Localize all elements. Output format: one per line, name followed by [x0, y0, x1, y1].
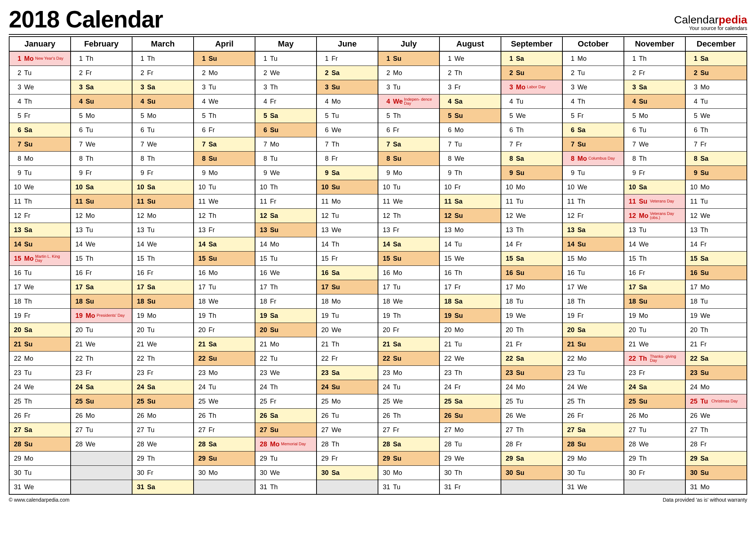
day-number: 17: [196, 283, 206, 291]
day-cell: 16Tu: [562, 266, 624, 280]
day-number: 29: [258, 455, 267, 462]
day-cell: 9Fr: [132, 166, 194, 180]
day-number: 10: [565, 183, 575, 191]
day-cell: 14Fr: [501, 237, 562, 252]
day-of-week: Mo: [147, 112, 158, 120]
day-of-week: Su: [516, 369, 527, 377]
day-cell: 12MoVeterans Day (obs.): [624, 209, 685, 223]
day-number: 14: [12, 241, 21, 248]
day-number: 14: [442, 241, 452, 248]
day-of-week: We: [270, 69, 281, 77]
day-cell: 20Sa: [9, 323, 71, 337]
day-number: 22: [135, 355, 144, 363]
day-of-week: Mo: [24, 255, 35, 263]
day-number: 7: [258, 141, 267, 148]
day-of-week: Tu: [454, 441, 465, 448]
day-number: 5: [381, 112, 390, 120]
day-cell: 30Tu: [562, 466, 624, 480]
day-cell: 14Su: [9, 237, 71, 252]
day-of-week: Mo: [700, 83, 711, 91]
day-of-week: Th: [86, 55, 97, 63]
day-of-week: We: [454, 455, 465, 462]
day-of-week: We: [577, 383, 588, 391]
day-number: 9: [196, 169, 206, 177]
day-cell: 9Mo: [194, 166, 255, 180]
day-cell: 18Th: [562, 294, 624, 309]
day-number: 5: [688, 112, 697, 120]
day-of-week: Fr: [270, 398, 281, 405]
day-cell: 21Mo: [255, 337, 317, 352]
day-number: 20: [196, 326, 206, 334]
day-number: 29: [442, 455, 452, 462]
day-of-week: Tu: [393, 83, 404, 91]
day-cell: 2Tu: [9, 66, 71, 80]
day-number: 24: [319, 383, 329, 391]
day-number: 20: [504, 326, 513, 334]
day-number: 12: [504, 212, 513, 220]
day-number: 10: [688, 183, 697, 191]
day-of-week: Su: [454, 412, 465, 420]
day-cell: 22Su: [194, 352, 255, 366]
day-of-week: Sa: [86, 283, 97, 291]
day-cell: 2Mo: [194, 66, 255, 80]
day-number: 11: [258, 198, 267, 205]
day-of-week: We: [639, 441, 650, 448]
day-of-week: We: [393, 98, 404, 105]
day-cell: 17Mo: [501, 280, 562, 294]
day-number: 28: [196, 441, 206, 448]
day-of-week: Th: [332, 341, 343, 348]
day-of-week: Mo: [209, 69, 220, 77]
day-number: 21: [442, 341, 452, 348]
day-number: 18: [626, 298, 636, 305]
day-of-week: We: [393, 198, 404, 205]
day-cell: 8Su: [194, 152, 255, 166]
day-cell: 8Sa: [685, 152, 747, 166]
day-cell: 27Sa: [562, 423, 624, 437]
day-number: 6: [626, 126, 636, 134]
day-of-week: Th: [577, 98, 588, 105]
day-number: 15: [688, 255, 697, 263]
day-number: 5: [504, 112, 513, 120]
day-of-week: Su: [147, 98, 158, 105]
day-number: 12: [626, 212, 636, 220]
day-cell: 15Su: [194, 252, 255, 266]
day-number: 20: [73, 326, 83, 334]
day-of-week: Su: [332, 83, 343, 91]
day-cell: 19Tu: [317, 309, 378, 323]
day-number: 31: [565, 483, 575, 491]
day-number: 20: [135, 326, 144, 334]
day-number: 27: [135, 426, 144, 434]
day-number: 3: [196, 83, 206, 91]
day-number: 26: [73, 412, 83, 420]
day-number: 18: [196, 298, 206, 305]
day-cell: 19Th: [378, 309, 439, 323]
day-number: 29: [565, 455, 575, 462]
day-number: 1: [135, 55, 144, 63]
day-cell: 10We: [562, 180, 624, 194]
day-number: 14: [688, 241, 697, 248]
day-of-week: Mo: [332, 398, 343, 405]
day-of-week: Sa: [86, 383, 97, 391]
day-of-week: Fr: [332, 55, 343, 63]
day-of-week: We: [24, 83, 35, 91]
day-cell: 27Su: [255, 423, 317, 437]
day-cell: 5Th: [378, 109, 439, 123]
day-cell: 11SuVeterans Day: [624, 194, 685, 209]
day-of-week: We: [577, 83, 588, 91]
day-number: 11: [626, 198, 636, 205]
day-number: 1: [504, 55, 513, 63]
day-of-week: Fr: [516, 141, 527, 148]
day-number: 7: [73, 141, 83, 148]
day-number: 22: [12, 355, 21, 363]
day-number: 31: [135, 483, 144, 491]
day-of-week: Mo: [393, 269, 404, 277]
day-number: 19: [135, 312, 144, 320]
day-number: 10: [73, 183, 83, 191]
day-cell: 22Th: [71, 352, 132, 366]
day-cell: 7Fr: [685, 137, 747, 152]
day-cell: 21Fr: [501, 337, 562, 352]
day-cell: 28Sa: [378, 437, 439, 451]
day-cell: 2Mo: [378, 66, 439, 80]
day-number: 4: [381, 98, 390, 105]
day-number: 29: [135, 455, 144, 462]
